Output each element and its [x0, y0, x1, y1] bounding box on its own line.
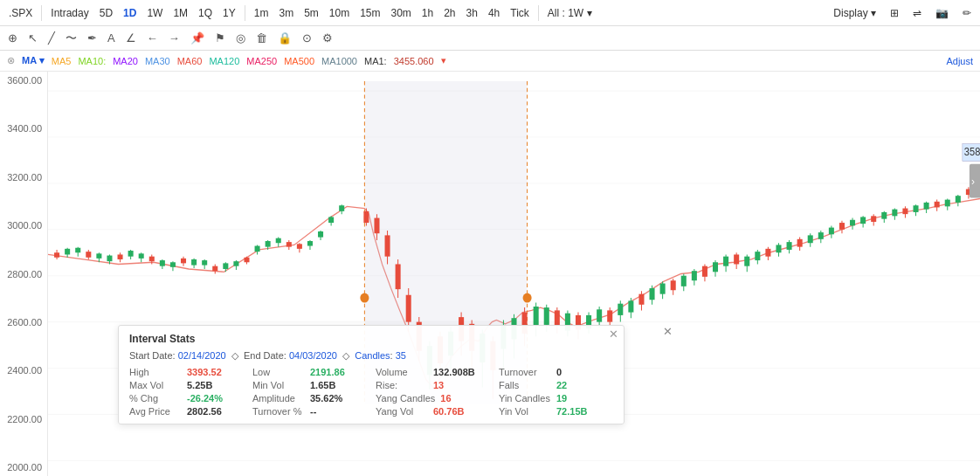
- ma500-item[interactable]: MA500: [284, 56, 314, 66]
- ma60-item[interactable]: MA60: [177, 56, 203, 66]
- svg-rect-34: [181, 259, 186, 264]
- ma10-item[interactable]: MA10:: [78, 56, 106, 66]
- sep2: [245, 5, 245, 21]
- tf-1m[interactable]: 1M: [169, 5, 191, 21]
- tf-2h[interactable]: 2h: [440, 5, 459, 21]
- y-label-3400: 3400.00: [2, 123, 45, 134]
- lock-icon[interactable]: 🔒: [275, 30, 294, 46]
- cursor-icon[interactable]: ↖: [25, 30, 40, 46]
- svg-rect-139: [723, 257, 728, 266]
- svg-rect-16: [86, 252, 91, 258]
- svg-rect-123: [638, 294, 644, 305]
- edit-icon[interactable]: ✏: [959, 5, 975, 21]
- display-button[interactable]: Display ▾: [830, 5, 880, 21]
- svg-rect-149: [776, 245, 781, 252]
- main-area: 3600.00 3400.00 3200.00 3000.00 2800.00 …: [0, 72, 980, 476]
- tf-5d[interactable]: 5D: [96, 5, 116, 21]
- wave-icon[interactable]: 〜: [63, 29, 79, 48]
- tf-3min[interactable]: 3m: [275, 5, 297, 21]
- svg-rect-77: [396, 264, 401, 289]
- svg-rect-22: [118, 254, 123, 259]
- ma-dropdown[interactable]: MA ▾: [22, 55, 45, 66]
- stat-amp-label: Amplitude: [252, 393, 305, 404]
- tf-30min[interactable]: 30m: [387, 5, 414, 21]
- compare-icon[interactable]: ⇌: [909, 5, 925, 21]
- text-icon[interactable]: A: [105, 30, 118, 46]
- crosshair-icon[interactable]: ⊕: [5, 30, 20, 46]
- tf-1min[interactable]: 1m: [251, 5, 273, 21]
- chart-area[interactable]: 3588.11 › ✕ Interval Stats Start Date: 0…: [48, 72, 980, 476]
- svg-rect-117: [607, 310, 612, 321]
- y-label-2200: 2200.00: [2, 414, 45, 424]
- ma1000-item[interactable]: MA1000: [321, 56, 357, 66]
- svg-rect-177: [924, 203, 929, 210]
- magnet-icon[interactable]: ⊙: [300, 30, 314, 46]
- svg-rect-183: [956, 196, 961, 203]
- stat-yang-vol: Yang Vol 60.76B: [376, 406, 490, 417]
- svg-rect-133: [692, 271, 697, 280]
- svg-rect-173: [902, 209, 908, 215]
- screenshot-icon[interactable]: 📷: [932, 5, 952, 21]
- flag-icon[interactable]: ⚑: [212, 30, 228, 46]
- stat-rise: Rise: 13: [376, 380, 490, 390]
- stat-yangc-label: Yang Candles: [376, 393, 435, 404]
- svg-rect-26: [139, 253, 144, 259]
- svg-rect-10: [54, 252, 59, 258]
- settings-icon[interactable]: ⚙: [320, 30, 335, 46]
- ma30-item[interactable]: MA30: [145, 56, 170, 66]
- interval-stats-dates: Start Date: 02/14/2020 ◇ End Date: 04/03…: [129, 350, 613, 362]
- delete-icon[interactable]: 🗑: [253, 30, 270, 46]
- tf-tick[interactable]: Tick: [507, 5, 533, 21]
- brush-icon[interactable]: ✒: [85, 30, 100, 46]
- svg-rect-79: [406, 295, 411, 322]
- tf-1y[interactable]: 1Y: [219, 5, 239, 21]
- arrow-right-icon[interactable]: →: [166, 30, 183, 46]
- selection-close-icon[interactable]: ✕: [661, 325, 674, 338]
- ma1-dropdown-icon[interactable]: ▾: [441, 55, 446, 66]
- indicator-close-icon[interactable]: ⊗: [7, 55, 15, 66]
- svg-rect-171: [892, 210, 897, 217]
- tf-15min[interactable]: 15m: [356, 5, 383, 21]
- pin-icon[interactable]: 📌: [188, 30, 207, 46]
- grid-icon[interactable]: ⊞: [887, 5, 902, 21]
- tf-1q[interactable]: 1Q: [195, 5, 216, 21]
- interval-stats-title: Interval Stats: [129, 333, 613, 345]
- svg-rect-155: [808, 235, 813, 243]
- svg-rect-56: [297, 244, 302, 249]
- tf-3h[interactable]: 3h: [463, 5, 481, 21]
- interval-stats-close[interactable]: ✕: [609, 328, 618, 341]
- tf-1w[interactable]: 1W: [143, 5, 166, 21]
- stat-low: Low 2191.86: [252, 367, 367, 377]
- tf-5min[interactable]: 5m: [300, 5, 322, 21]
- svg-text:›: ›: [971, 176, 975, 189]
- line-tool-icon[interactable]: ╱: [45, 30, 58, 46]
- ma250-item[interactable]: MA250: [246, 56, 277, 66]
- stat-pctchg: % Chg -26.24%: [129, 393, 244, 404]
- stat-avgp-label: Avg Price: [129, 406, 182, 417]
- ma5-item[interactable]: MA5: [52, 56, 72, 66]
- stat-minvol-label: Min Vol: [252, 380, 305, 390]
- tf-10min[interactable]: 10m: [326, 5, 353, 21]
- svg-rect-32: [170, 262, 176, 267]
- adjust-button[interactable]: Adjust: [946, 56, 973, 66]
- svg-rect-64: [339, 205, 344, 211]
- tf-all[interactable]: All : 1W ▾: [544, 5, 596, 21]
- arrow-left-icon[interactable]: ←: [144, 30, 161, 46]
- angle-icon[interactable]: ∠: [123, 30, 139, 46]
- stat-turnover: Turnover 0: [499, 367, 613, 377]
- tf-intraday[interactable]: Intraday: [47, 5, 92, 21]
- ma20-item[interactable]: MA20: [113, 56, 138, 66]
- svg-rect-60: [318, 231, 323, 238]
- ticker-label[interactable]: .SPX: [5, 5, 36, 21]
- ma120-item[interactable]: MA120: [209, 56, 239, 66]
- ma1-label: MA1:: [364, 56, 387, 66]
- tf-4h[interactable]: 4h: [485, 5, 503, 21]
- svg-rect-50: [266, 241, 271, 247]
- end-date: 04/03/2020: [289, 350, 337, 361]
- svg-rect-42: [223, 263, 228, 269]
- svg-rect-14: [75, 248, 80, 253]
- tf-1d[interactable]: 1D: [120, 5, 140, 21]
- circle-icon[interactable]: ◎: [233, 30, 248, 46]
- svg-rect-161: [839, 223, 845, 230]
- tf-1h[interactable]: 1h: [418, 5, 437, 21]
